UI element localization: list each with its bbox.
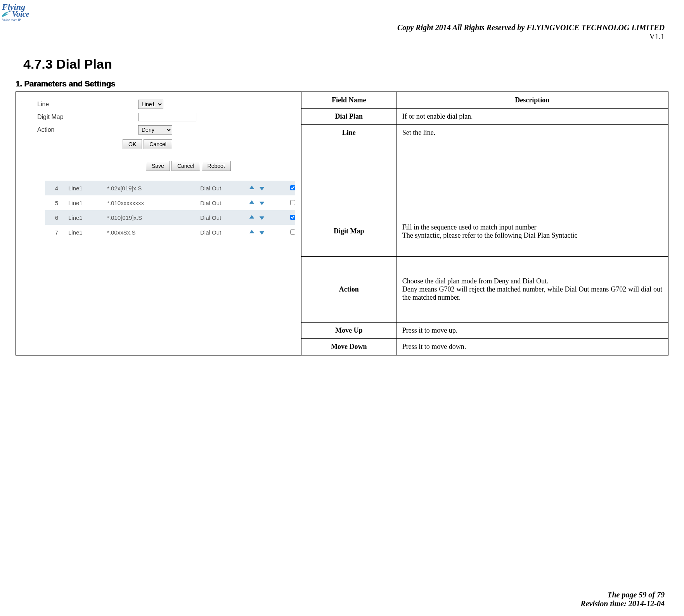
line-select[interactable]: Line1 <box>138 100 163 109</box>
header-right: Copy Right 2014 All Rights Reserved by F… <box>16 23 665 41</box>
desc-dialplan: If or not enable dial plan. <box>397 109 668 125</box>
desc-action: Choose the dial plan mode from Deny and … <box>397 257 668 323</box>
copyright-text: Copy Right 2014 All Rights Reserved by F… <box>16 23 665 32</box>
header-field: Field Name <box>301 92 397 109</box>
move-up-icon[interactable] <box>248 198 256 207</box>
ok-cancel-row: OK Cancel <box>123 139 295 149</box>
logo: Flying Voice Voice over IP <box>2 2 41 22</box>
table-row: Digit Map Fill in the sequence used to m… <box>301 206 668 257</box>
footer: The page 59 of 79 Revision time: 2014-12… <box>580 590 665 608</box>
version-text: V1.1 <box>16 32 665 41</box>
ok-button[interactable]: OK <box>123 139 142 149</box>
revision-time: Revision time: 2014-12-04 <box>580 599 665 608</box>
field-line: Line <box>301 125 397 206</box>
table-row: Move Up Press it to move up. <box>301 323 668 339</box>
rule-number: 7 <box>45 229 68 236</box>
rule-row: 4Line1*.02x[019]x.SDial Out <box>45 181 295 195</box>
move-down-icon[interactable] <box>258 198 266 207</box>
table-row: Move Down Press it to move down. <box>301 339 668 355</box>
rule-checkbox-cell <box>290 185 295 192</box>
move-down-icon[interactable] <box>258 184 266 192</box>
rule-row: 5Line1*.010xxxxxxxxDial Out <box>45 195 295 210</box>
rule-action: Dial Out <box>200 185 247 192</box>
digitmap-input[interactable] <box>138 113 196 121</box>
table-row: Line Set the line. <box>301 125 668 206</box>
logo-sub-text: Voice <box>12 10 29 18</box>
table-row: Action Choose the dial plan mode from De… <box>301 257 668 323</box>
header-desc: Description <box>397 92 668 109</box>
digitmap-row: Digit Map <box>22 113 295 121</box>
action-select[interactable]: Deny <box>138 125 172 135</box>
move-up-icon[interactable] <box>248 184 256 192</box>
field-digitmap: Digit Map <box>301 206 397 257</box>
line-label: Line <box>37 101 138 108</box>
move-down-icon[interactable] <box>258 213 266 222</box>
field-movedown: Move Down <box>301 339 397 355</box>
field-dialplan: Dial Plan <box>301 109 397 125</box>
rule-row: 7Line1*.00xxSx.SDial Out <box>45 225 295 240</box>
rule-checkbox[interactable] <box>290 215 295 220</box>
subsection-heading: 1. Parameters and Settings <box>16 79 668 88</box>
rule-number: 4 <box>45 185 68 192</box>
logo-wing-icon <box>2 11 10 18</box>
cancel2-button[interactable]: Cancel <box>171 161 200 171</box>
rule-pattern: *.00xxSx.S <box>107 229 200 236</box>
rule-pattern: *.010[019]x.S <box>107 214 200 221</box>
action-label: Action <box>37 126 138 133</box>
rule-checkbox[interactable] <box>290 185 295 190</box>
rule-checkbox-cell <box>290 229 295 236</box>
rule-checkbox-cell <box>290 200 295 206</box>
section-title: 4.7.3 Dial Plan <box>23 57 668 72</box>
reboot-button[interactable]: Reboot <box>202 161 231 171</box>
rule-line: Line1 <box>68 214 107 221</box>
desc-moveup: Press it to move up. <box>397 323 668 339</box>
rule-action: Dial Out <box>200 214 247 221</box>
line-row: Line Line1 <box>22 100 295 109</box>
rule-checkbox[interactable] <box>290 229 295 235</box>
rule-action: Dial Out <box>200 200 247 206</box>
rule-line: Line1 <box>68 229 107 236</box>
rule-number: 5 <box>45 200 68 206</box>
page-number: The page 59 of 79 <box>580 590 665 599</box>
rule-checkbox-cell <box>290 214 295 221</box>
digitmap-label: Digit Map <box>37 114 138 121</box>
rule-action: Dial Out <box>200 229 247 236</box>
action-row: Action Deny <box>22 125 295 135</box>
rule-pattern: *.02x[019]x.S <box>107 185 200 192</box>
move-up-icon[interactable] <box>248 213 256 222</box>
field-action: Action <box>301 257 397 323</box>
table-header-row: Field Name Description <box>301 92 668 109</box>
cancel-button[interactable]: Cancel <box>144 139 172 149</box>
rule-pattern: *.010xxxxxxxx <box>107 200 200 206</box>
rule-number: 6 <box>45 214 68 221</box>
field-moveup: Move Up <box>301 323 397 339</box>
description-table: Field Name Description Dial Plan If or n… <box>301 92 668 355</box>
desc-line: Set the line. <box>397 125 668 206</box>
desc-movedown: Press it to move down. <box>397 339 668 355</box>
rule-checkbox[interactable] <box>290 200 295 205</box>
rules-list: 4Line1*.02x[019]x.SDial Out5Line1*.010xx… <box>22 181 295 240</box>
rule-line: Line1 <box>68 185 107 192</box>
rule-line: Line1 <box>68 200 107 206</box>
save-cancel-reboot-row: Save Cancel Reboot <box>146 161 295 171</box>
move-down-icon[interactable] <box>258 228 266 236</box>
rule-row: 6Line1*.010[019]x.SDial Out <box>45 210 295 225</box>
move-up-icon[interactable] <box>248 228 256 236</box>
settings-panel: Line Line1 Digit Map Action Deny OK Canc… <box>16 92 301 355</box>
desc-digitmap: Fill in the sequence used to match input… <box>397 206 668 257</box>
table-row: Dial Plan If or not enable dial plan. <box>301 109 668 125</box>
save-button[interactable]: Save <box>146 161 170 171</box>
main-layout: Line Line1 Digit Map Action Deny OK Canc… <box>16 91 668 355</box>
